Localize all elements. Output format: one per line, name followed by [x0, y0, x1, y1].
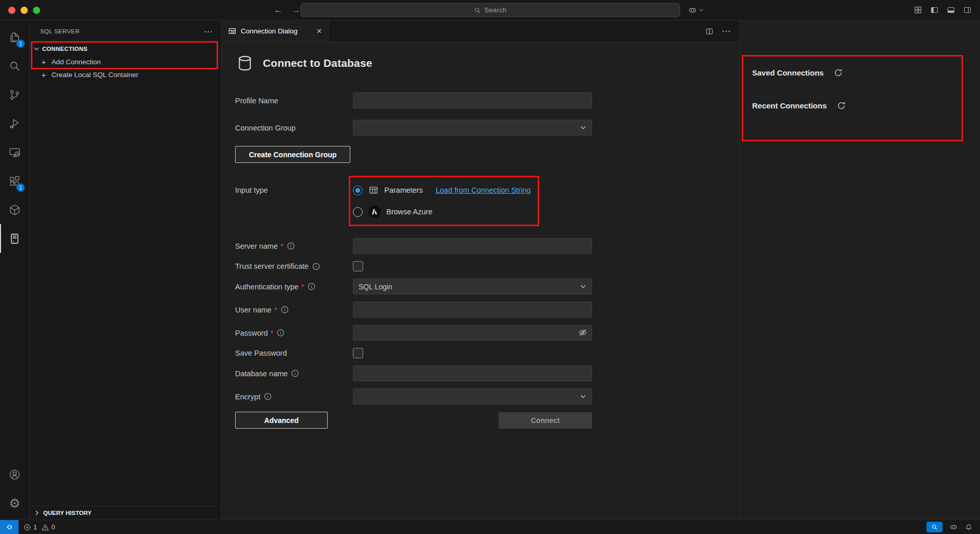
- section-header-connections[interactable]: CONNECTIONS: [30, 42, 221, 56]
- connections-side-panel: Saved Connections Recent Connections: [739, 21, 980, 520]
- save-password-label: Save Password: [235, 349, 353, 357]
- sidebar-sql-server: SQL SERVER ⋯ CONNECTIONS + Add Connectio…: [30, 21, 222, 520]
- toggle-password-visibility-icon[interactable]: [578, 328, 587, 337]
- browse-azure-label: Browse Azure: [386, 208, 432, 216]
- copilot-menu-button[interactable]: [688, 0, 704, 20]
- activity-item-source-control[interactable]: [0, 80, 29, 109]
- input-type-option-parameters: Parameters Load from Connection String: [353, 179, 531, 201]
- minimize-window-button[interactable]: [21, 7, 28, 14]
- browse-azure-radio[interactable]: [353, 207, 363, 217]
- workbench-main: 1 1 ⚙: [0, 21, 980, 520]
- authentication-type-label: Authentication type*: [235, 283, 353, 291]
- toggle-secondary-sidebar-icon[interactable]: [963, 6, 972, 14]
- refresh-icon[interactable]: [834, 68, 843, 77]
- toggle-primary-sidebar-icon[interactable]: [930, 6, 939, 14]
- save-password-checkbox[interactable]: [353, 348, 363, 358]
- remote-indicator[interactable]: [0, 520, 19, 534]
- trust-server-certificate-checkbox[interactable]: [353, 261, 363, 271]
- create-connection-group-button[interactable]: Create Connection Group: [235, 146, 350, 163]
- zoom-indicator[interactable]: [926, 522, 942, 532]
- source-control-icon: [8, 88, 21, 101]
- activity-item-settings[interactable]: ⚙: [0, 489, 29, 518]
- add-icon: +: [41, 58, 47, 66]
- chevron-down-icon: [580, 124, 586, 131]
- explorer-badge: 1: [16, 40, 25, 48]
- command-center-search[interactable]: Search: [300, 3, 680, 17]
- account-icon: [8, 468, 21, 481]
- database-name-label: Database name: [235, 370, 353, 378]
- gear-icon: ⚙: [9, 497, 20, 510]
- zoom-window-button[interactable]: [33, 7, 40, 14]
- toggle-panel-icon[interactable]: [947, 6, 955, 14]
- info-icon[interactable]: [312, 263, 320, 270]
- tab-connection-dialog[interactable]: Connection Dialog ✕: [222, 21, 329, 42]
- info-icon[interactable]: [287, 242, 295, 250]
- section-header-query-history[interactable]: QUERY HISTORY: [30, 506, 221, 520]
- problems-indicator[interactable]: 1 0: [24, 524, 57, 531]
- layout-controls: [914, 0, 972, 20]
- info-icon[interactable]: [264, 393, 272, 400]
- activity-item-remote-explorer[interactable]: [0, 138, 29, 167]
- customize-layout-icon[interactable]: [914, 6, 922, 14]
- encrypt-select[interactable]: [353, 389, 592, 404]
- refresh-icon[interactable]: [837, 101, 846, 110]
- close-icon[interactable]: ✕: [316, 27, 322, 35]
- profile-name-input[interactable]: [353, 93, 592, 108]
- error-count: 1: [33, 524, 37, 531]
- info-icon[interactable]: [291, 370, 299, 377]
- advanced-button[interactable]: Advanced: [235, 412, 328, 429]
- activity-item-extensions[interactable]: 1: [0, 167, 29, 195]
- azure-icon: [368, 206, 381, 218]
- connection-group-label: Connection Group: [235, 124, 353, 132]
- more-actions-icon[interactable]: ⋯: [204, 26, 213, 37]
- back-arrow-icon[interactable]: ←: [274, 5, 283, 15]
- tab-bar: Connection Dialog ✕ ⋯: [222, 21, 739, 42]
- more-actions-icon[interactable]: ⋯: [722, 26, 731, 36]
- editor-actions: ⋯: [705, 21, 739, 42]
- user-name-input[interactable]: [353, 302, 592, 318]
- tree-item-add-connection[interactable]: + Add Connection: [30, 56, 221, 68]
- server-name-input[interactable]: [353, 238, 592, 254]
- forward-arrow-icon[interactable]: →: [292, 5, 301, 15]
- chevron-down-icon: [580, 393, 586, 400]
- chevron-down-icon: [33, 46, 40, 52]
- info-icon[interactable]: [277, 329, 284, 337]
- copilot-status-icon[interactable]: [949, 523, 958, 531]
- encrypt-label: Encrypt: [235, 393, 353, 401]
- search-icon: [8, 60, 21, 72]
- activity-bar-bottom: ⚙: [0, 460, 29, 520]
- authentication-type-select[interactable]: SQL Login: [353, 279, 592, 294]
- tree-item-create-local-sql-container[interactable]: + Create Local SQL Container: [30, 68, 221, 81]
- connection-dialog-body: Connect to Database Profile Name Connect…: [222, 42, 739, 520]
- create-local-sql-container-label: Create Local SQL Container: [51, 71, 138, 79]
- input-type-radio-group: Parameters Load from Connection String B…: [353, 179, 531, 223]
- database-icon: [236, 54, 254, 72]
- page-title: Connect to Database: [263, 57, 372, 69]
- database-name-input[interactable]: [353, 365, 592, 381]
- add-icon: +: [41, 70, 47, 79]
- tab-label: Connection Dialog: [241, 27, 297, 35]
- info-icon[interactable]: [308, 283, 315, 290]
- activity-item-containers[interactable]: [0, 195, 29, 224]
- status-bar: 1 0: [0, 520, 980, 534]
- notifications-bell-icon[interactable]: [965, 523, 973, 531]
- info-icon[interactable]: [281, 306, 289, 314]
- sidebar-title: SQL SERVER: [40, 28, 80, 34]
- run-debug-icon: [8, 117, 21, 130]
- parameters-label: Parameters: [384, 186, 423, 194]
- activity-item-accounts[interactable]: [0, 460, 29, 489]
- activity-item-run-debug[interactable]: [0, 109, 29, 138]
- history-navigation: ← →: [274, 0, 301, 20]
- parameters-radio[interactable]: [353, 186, 363, 195]
- close-window-button[interactable]: [8, 7, 15, 14]
- query-history-label: QUERY HISTORY: [43, 510, 92, 516]
- load-from-connection-string-link[interactable]: Load from Connection String: [436, 186, 531, 194]
- activity-item-search[interactable]: [0, 51, 29, 80]
- split-editor-icon[interactable]: [705, 27, 714, 35]
- connection-group-select[interactable]: [353, 120, 592, 136]
- password-input[interactable]: [353, 325, 592, 341]
- connect-button[interactable]: Connect: [498, 412, 592, 429]
- activity-item-explorer[interactable]: 1: [0, 23, 29, 51]
- status-bar-right: [926, 522, 980, 532]
- activity-item-sql-server[interactable]: [0, 224, 29, 253]
